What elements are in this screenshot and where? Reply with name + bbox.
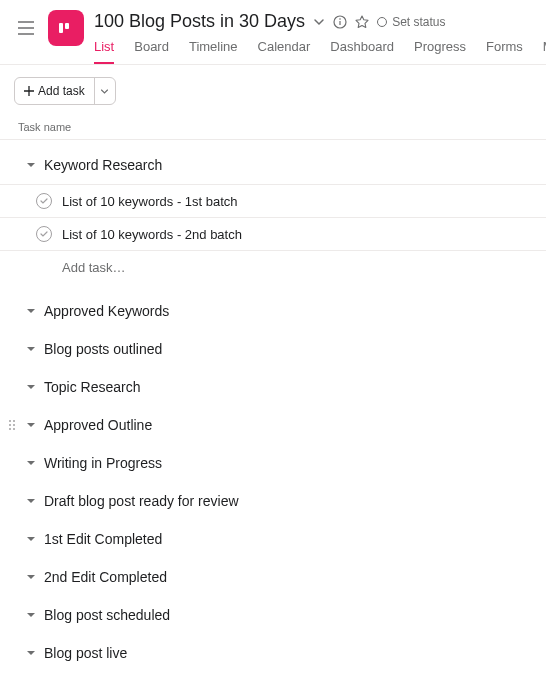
caret-down-icon[interactable]: [24, 496, 38, 506]
set-status-button[interactable]: Set status: [377, 15, 445, 29]
section-header[interactable]: Approved Keywords: [0, 292, 546, 330]
section-header[interactable]: Draft blog post ready for review: [0, 482, 546, 520]
caret-down-icon[interactable]: [24, 420, 38, 430]
section-title: Blog posts outlined: [44, 341, 162, 357]
caret-down-icon[interactable]: [24, 458, 38, 468]
svg-point-31: [13, 424, 15, 426]
section-header[interactable]: Writing in Progress: [0, 444, 546, 482]
project-title[interactable]: 100 Blog Posts in 30 Days: [94, 11, 305, 32]
section-header[interactable]: Blog post scheduled: [0, 596, 546, 634]
section-title: Approved Keywords: [44, 303, 169, 319]
add-task-button[interactable]: Add task: [15, 78, 95, 104]
set-status-label: Set status: [392, 15, 445, 29]
svg-rect-0: [59, 23, 63, 33]
svg-rect-1: [65, 23, 69, 29]
section-header[interactable]: Approved Outline: [0, 406, 546, 444]
tab-list[interactable]: List: [94, 39, 114, 64]
section-header[interactable]: Keyword Research: [0, 146, 546, 184]
chevron-down-icon[interactable]: [313, 16, 325, 28]
tab-progress[interactable]: Progress: [414, 39, 466, 64]
status-ring-icon: [377, 17, 387, 27]
menu-toggle[interactable]: [14, 16, 38, 40]
caret-down-icon[interactable]: [24, 160, 38, 170]
svg-point-32: [9, 428, 11, 430]
svg-point-33: [13, 428, 15, 430]
add-task-label: Add task: [38, 84, 85, 98]
section-title: 2nd Edit Completed: [44, 569, 167, 585]
tab-calendar[interactable]: Calendar: [258, 39, 311, 64]
complete-checkbox[interactable]: [36, 226, 52, 242]
section-header[interactable]: Blog posts outlined: [0, 330, 546, 368]
section-header[interactable]: Topic Research: [0, 368, 546, 406]
task-row[interactable]: List of 10 keywords - 1st batch: [0, 184, 546, 217]
drag-handle-icon[interactable]: [6, 419, 18, 431]
view-tabs: ListBoardTimelineCalendarDashboardProgre…: [94, 39, 532, 64]
section-title: Blog post live: [44, 645, 127, 661]
caret-down-icon[interactable]: [24, 534, 38, 544]
project-icon: [48, 10, 84, 46]
add-task-dropdown[interactable]: [95, 78, 115, 104]
info-icon[interactable]: [333, 15, 347, 29]
tab-board[interactable]: Board: [134, 39, 169, 64]
svg-point-28: [9, 420, 11, 422]
task-name: List of 10 keywords - 1st batch: [62, 194, 238, 209]
section-title: 1st Edit Completed: [44, 531, 162, 547]
caret-down-icon[interactable]: [24, 382, 38, 392]
tab-dashboard[interactable]: Dashboard: [330, 39, 394, 64]
section-header[interactable]: 2nd Edit Completed: [0, 558, 546, 596]
caret-down-icon[interactable]: [24, 572, 38, 582]
star-icon[interactable]: [355, 15, 369, 29]
section-title: Approved Outline: [44, 417, 152, 433]
svg-point-30: [9, 424, 11, 426]
caret-down-icon[interactable]: [24, 306, 38, 316]
task-row[interactable]: List of 10 keywords - 2nd batch: [0, 217, 546, 251]
section-title: Keyword Research: [44, 157, 162, 173]
column-header-task-name: Task name: [0, 115, 546, 140]
tab-timeline[interactable]: Timeline: [189, 39, 238, 64]
section-header[interactable]: Blog post live: [0, 634, 546, 672]
svg-point-3: [339, 18, 341, 20]
section-header[interactable]: 1st Edit Completed: [0, 520, 546, 558]
section-title: Topic Research: [44, 379, 141, 395]
complete-checkbox[interactable]: [36, 193, 52, 209]
tab-forms[interactable]: Forms: [486, 39, 523, 64]
section-title: Draft blog post ready for review: [44, 493, 239, 509]
svg-point-29: [13, 420, 15, 422]
add-task-inline[interactable]: Add task…: [0, 251, 546, 284]
caret-down-icon[interactable]: [24, 648, 38, 658]
add-task-split-button: Add task: [14, 77, 116, 105]
task-name: List of 10 keywords - 2nd batch: [62, 227, 242, 242]
caret-down-icon[interactable]: [24, 344, 38, 354]
section-title: Writing in Progress: [44, 455, 162, 471]
section-title: Blog post scheduled: [44, 607, 170, 623]
caret-down-icon[interactable]: [24, 610, 38, 620]
